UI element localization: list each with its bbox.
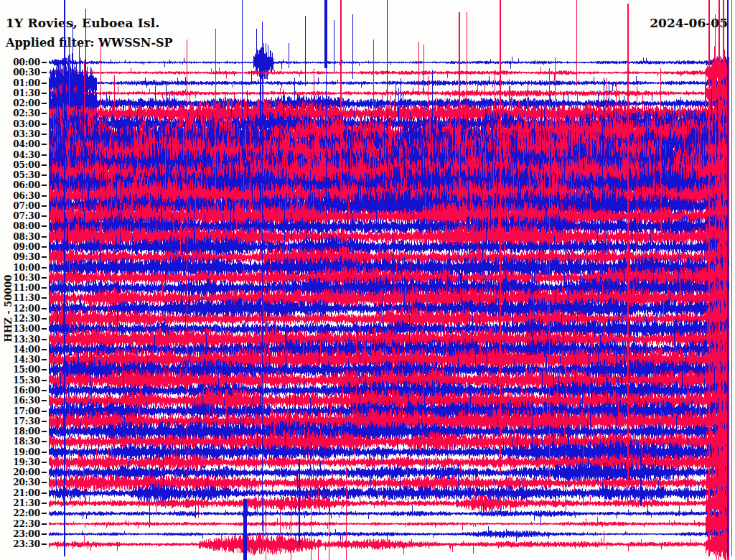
time-label: 16:30 — [0, 396, 40, 405]
date-label: 2024-06-05 — [650, 16, 728, 30]
time-label: 01:30 — [0, 89, 40, 98]
time-label: 19:00 — [0, 448, 40, 457]
time-label: 16:00 — [0, 386, 40, 395]
time-label: 22:00 — [0, 509, 40, 518]
time-label: 18:30 — [0, 437, 40, 446]
helicorder-page: 1Y Rovies, Euboea Isl. Applied filter: W… — [0, 0, 735, 560]
time-label: 23:30 — [0, 540, 40, 549]
time-label: 20:00 — [0, 468, 40, 477]
time-label: 18:00 — [0, 427, 40, 436]
time-label: 12:30 — [0, 314, 40, 323]
time-label: 02:00 — [0, 99, 40, 108]
time-label: 07:00 — [0, 202, 40, 210]
time-label: 08:00 — [0, 222, 40, 230]
time-label: 09:00 — [0, 243, 40, 251]
time-label: 21:00 — [0, 489, 40, 498]
time-label: 02:30 — [0, 109, 40, 118]
time-label: 06:30 — [0, 192, 40, 200]
time-label: 12:00 — [0, 304, 40, 313]
time-label: 04:30 — [0, 151, 40, 159]
time-label: 11:00 — [0, 284, 40, 292]
time-label: 05:00 — [0, 161, 40, 169]
time-label: 00:30 — [0, 68, 40, 77]
time-label: 11:30 — [0, 294, 40, 302]
time-label: 03:30 — [0, 130, 40, 139]
time-axis: 00:0000:3001:0001:3002:0002:3003:0003:30… — [0, 0, 40, 560]
time-label: 06:00 — [0, 181, 40, 190]
time-label: 15:00 — [0, 365, 40, 374]
time-label: 07:30 — [0, 212, 40, 220]
time-label: 20:30 — [0, 478, 40, 487]
time-label: 01:00 — [0, 79, 40, 88]
time-label: 22:30 — [0, 520, 40, 528]
time-label: 23:00 — [0, 530, 40, 538]
time-label: 10:30 — [0, 274, 40, 282]
time-label: 19:30 — [0, 458, 40, 467]
time-label: 00:00 — [0, 58, 40, 67]
time-label: 03:00 — [0, 120, 40, 129]
time-label: 10:00 — [0, 263, 40, 272]
time-label: 09:30 — [0, 253, 40, 261]
time-label: 17:00 — [0, 407, 40, 416]
time-label: 04:00 — [0, 140, 40, 149]
time-label: 17:30 — [0, 417, 40, 426]
time-label: 13:00 — [0, 325, 40, 333]
time-label: 13:30 — [0, 335, 40, 344]
time-label: 15:30 — [0, 376, 40, 385]
time-label: 21:30 — [0, 499, 40, 508]
time-label: 08:30 — [0, 233, 40, 241]
time-label: 05:30 — [0, 171, 40, 179]
time-label: 14:00 — [0, 345, 40, 354]
seismogram-canvas — [0, 0, 735, 560]
time-label: 14:30 — [0, 355, 40, 364]
